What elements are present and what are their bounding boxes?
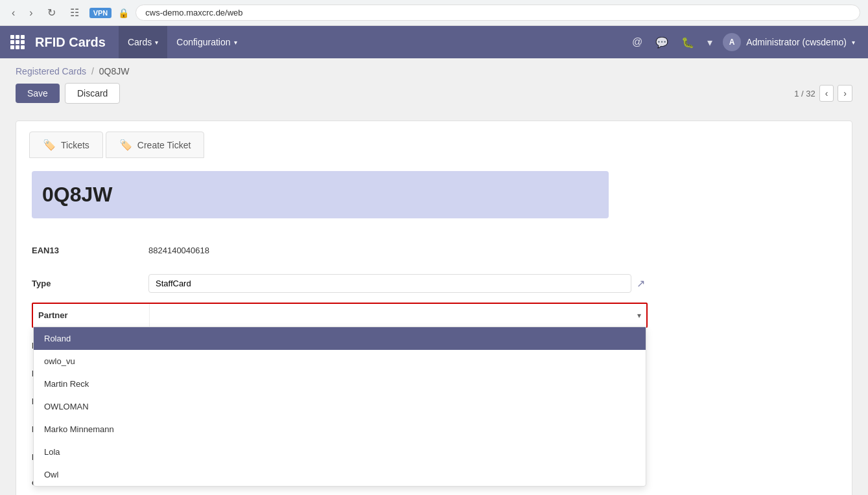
save-button[interactable]: Save [16, 84, 60, 103]
app-brand: RFID Cards [35, 35, 106, 50]
partner-dropdown-list: Roland owlo_vu Martin Reck OWLOMAN Marko… [33, 327, 646, 487]
grid-menu-icon[interactable] [8, 32, 27, 52]
partner-input[interactable] [150, 304, 632, 327]
dropdown-item-lola[interactable]: Lola [34, 441, 646, 463]
type-label: Type [32, 271, 148, 296]
prev-record-button[interactable]: ‹ [819, 85, 834, 102]
partner-input-wrapper: ▾ Roland owlo_vu Martin Reck OWLOMAN Mar… [150, 304, 646, 327]
partner-label: Partner [33, 304, 150, 327]
nav-cards-menu[interactable]: Cards ▾ [119, 26, 167, 58]
breadcrumb-current: 0Q8JW [99, 66, 130, 76]
next-record-button[interactable]: › [838, 85, 852, 102]
dropdown-item-roland[interactable]: Roland [34, 327, 646, 350]
content-card: 🏷️ Tickets 🏷️ Create Ticket EAN13 882414… [16, 121, 852, 495]
nav-icons: @ 💬 🐛 ▾ [627, 31, 718, 54]
breadcrumb: Registered Cards / 0Q8JW [0, 58, 868, 76]
card-tabs: 🏷️ Tickets 🏷️ Create Ticket [16, 121, 852, 158]
pagination-text: 1 / 32 [794, 89, 815, 98]
title-input[interactable] [32, 171, 609, 218]
type-external-link-button[interactable]: ↗ [634, 275, 648, 292]
breadcrumb-parent-link[interactable]: Registered Cards [16, 66, 86, 76]
reload-button[interactable]: ↻ [43, 5, 60, 20]
content-wrapper: 🏷️ Tickets 🏷️ Create Ticket EAN13 882414… [0, 110, 868, 495]
tab-tickets[interactable]: 🏷️ Tickets [29, 132, 103, 158]
dropdown-item-owlo-vu[interactable]: owlo_vu [34, 350, 646, 373]
breadcrumb-separator: / [91, 66, 94, 76]
create-ticket-tab-icon: 🏷️ [119, 139, 132, 151]
avatar: A [723, 33, 741, 51]
create-ticket-tab-label: Create Ticket [137, 140, 191, 150]
email-icon[interactable]: @ [627, 31, 648, 53]
configuration-chevron-icon: ▾ [234, 39, 237, 46]
tab-create-ticket[interactable]: 🏷️ Create Ticket [106, 132, 204, 158]
user-chevron-icon: ▾ [852, 39, 855, 46]
nav-configuration-menu[interactable]: Configuration ▾ [167, 26, 246, 58]
user-menu[interactable]: A Administrator (cwsdemo) ▾ [718, 26, 860, 58]
partner-dropdown-arrow-icon: ▾ [632, 305, 646, 327]
tickets-tab-label: Tickets [61, 140, 89, 150]
type-select[interactable]: StaffCard [148, 274, 631, 293]
discard-button[interactable]: Discard [65, 83, 120, 104]
dropdown-item-marko-minnemann[interactable]: Marko Minnemann [34, 418, 646, 441]
vpn-badge: VPN [89, 8, 112, 18]
tickets-tab-icon: 🏷️ [43, 139, 56, 151]
nav-configuration-label: Configuration [176, 37, 230, 47]
dropdown-item-owloman[interactable]: OWLOMAN [34, 395, 646, 418]
ean13-value: 8824140040618 [148, 240, 648, 260]
dropdown-item-martin-reck[interactable]: Martin Reck [34, 373, 646, 395]
lock-icon: 🔒 [118, 8, 129, 18]
url-bar[interactable]: cws-demo.maxcrc.de/web [135, 5, 860, 21]
chat-icon[interactable]: 💬 [650, 31, 674, 54]
dropdown-item-owl[interactable]: Owl [34, 463, 646, 486]
back-button[interactable]: ‹ [8, 6, 19, 20]
forward-button[interactable]: › [25, 6, 36, 20]
grid-view-button[interactable]: ☷ [66, 5, 83, 20]
ean13-label: EAN13 [32, 238, 148, 263]
pagination: 1 / 32 ‹ › [794, 85, 852, 102]
nav-cards-label: Cards [128, 37, 152, 47]
card-body: EAN13 8824140040618 Type StaffCard ↗ Par [16, 158, 852, 495]
cards-chevron-icon: ▾ [155, 39, 158, 46]
type-field: StaffCard ↗ [148, 274, 648, 293]
user-name: Administrator (cwsdemo) [746, 37, 847, 47]
browser-chrome: ‹ › ↻ ☷ VPN 🔒 cws-demo.maxcrc.de/web [0, 0, 868, 26]
top-nav: RFID Cards Cards ▾ Configuration ▾ @ 💬 🐛… [0, 26, 868, 58]
action-bar: Save Discard 1 / 32 ‹ › [0, 76, 868, 110]
debug-icon[interactable]: 🐛 [676, 31, 699, 54]
debug-chevron-icon[interactable]: ▾ [702, 31, 718, 54]
